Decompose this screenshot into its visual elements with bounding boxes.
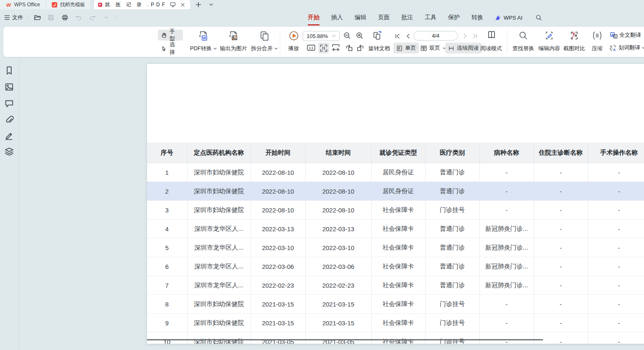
full-translate-button[interactable]: A文 全文翻译 xyxy=(610,31,641,39)
zoom-in-button[interactable] xyxy=(355,31,364,40)
select-tool-button[interactable]: 选择 xyxy=(158,43,183,54)
zoom-level-value: 105.88% xyxy=(307,33,328,39)
screenshot-compare-icon xyxy=(569,31,579,41)
full-translate-label: 全文翻译 xyxy=(619,31,641,39)
continuous-reading-button[interactable]: 连续阅读 xyxy=(445,43,482,54)
double-page-button[interactable]: 双页 xyxy=(418,43,449,54)
tab-document-active[interactable]: P 就 医 记 录 .PDF xyxy=(94,0,190,9)
table-cell: - xyxy=(534,201,588,220)
menu-tab-页面[interactable]: 页面 xyxy=(378,9,390,26)
edit-content-button[interactable]: 编辑内容 xyxy=(535,29,563,54)
svg-text:W: W xyxy=(203,36,206,40)
table-cell: - xyxy=(534,314,588,332)
print-button[interactable] xyxy=(60,13,69,22)
screenshot-compare-button[interactable]: 截图对比 xyxy=(560,29,588,54)
table-header-cell: 病种名称 xyxy=(479,143,534,163)
layers-icon[interactable] xyxy=(5,147,14,156)
read-mode-label: 阅读模式 xyxy=(480,45,502,51)
page-number-input[interactable] xyxy=(413,31,458,41)
horizontal-scrollbar[interactable] xyxy=(147,339,543,340)
table-header-cell: 医疗类别 xyxy=(425,143,479,163)
tab-docer-templates[interactable]: 找稻壳模板 xyxy=(46,0,91,9)
play-button[interactable]: 播放 xyxy=(284,29,303,54)
last-page-button[interactable] xyxy=(470,32,479,40)
word-translate-button[interactable]: 文A 划词翻译 xyxy=(609,44,644,51)
wps-ai-button[interactable]: WPS AI xyxy=(495,14,522,21)
next-page-button[interactable] xyxy=(460,32,469,40)
read-mode-book-icon[interactable] xyxy=(486,30,497,41)
compress-button[interactable]: 压缩 xyxy=(587,29,607,54)
svg-text:A: A xyxy=(613,47,616,51)
table-cell: 2 xyxy=(147,182,187,201)
table-cell: 深圳市妇幼保健院 xyxy=(187,163,251,182)
table-cell: 2022-03-10 xyxy=(305,238,371,257)
table-row: 4深圳市龙华区人...2022-03-132022-03-13社会保障卡普通门诊… xyxy=(147,220,644,238)
hand-tool-button[interactable]: 手型 xyxy=(158,30,183,41)
bookmark-icon[interactable] xyxy=(5,66,14,75)
menu-tab-转换[interactable]: 转换 xyxy=(472,9,483,26)
full-translate-icon: A文 xyxy=(610,32,618,39)
menu-tab-编辑[interactable]: 编辑 xyxy=(355,9,366,26)
tab-close-icon[interactable] xyxy=(179,0,186,9)
table-cell: 普通门诊 xyxy=(425,238,479,257)
menu-tab-开始[interactable]: 开始 xyxy=(308,9,319,26)
new-tab-button[interactable] xyxy=(194,0,203,9)
fit-width-button[interactable] xyxy=(332,44,340,51)
comment-icon[interactable] xyxy=(5,99,14,108)
rotate-left-button[interactable] xyxy=(345,44,353,51)
thumbnail-icon[interactable] xyxy=(5,82,14,92)
table-header-cell: 手术操作名称 xyxy=(588,143,644,163)
menu-tab-插入[interactable]: 插入 xyxy=(331,9,343,26)
svg-text:文: 文 xyxy=(609,44,613,49)
redo-button[interactable] xyxy=(88,13,97,22)
chevron-down-icon xyxy=(274,48,278,50)
menu-tab-保护[interactable]: 保护 xyxy=(448,9,460,26)
undo-history-chevron-icon[interactable] xyxy=(101,13,111,22)
menu-search-icon[interactable] xyxy=(534,13,543,22)
read-mode-button[interactable]: 阅读模式 xyxy=(480,43,502,54)
table-cell: 社会保障卡 xyxy=(371,220,425,238)
save-button[interactable] xyxy=(46,13,56,22)
pdf-page[interactable]: 序号定点医药机构名称开始时间结束时间就诊凭证类型医疗类别病种名称住院主诊断名称手… xyxy=(147,64,644,344)
tab-wps-home[interactable]: W WPS Office xyxy=(0,0,46,9)
rotate-right-button[interactable] xyxy=(357,44,365,51)
continuous-reading-icon xyxy=(448,45,454,51)
fit-page-button[interactable] xyxy=(318,43,329,54)
next-page-icon xyxy=(462,33,468,39)
document-workspace: 序号定点医药机构名称开始时间结束时间就诊凭证类型医疗类别病种名称住院主诊断名称手… xyxy=(0,59,644,350)
rotate-document-button[interactable]: 旋转文档 xyxy=(368,43,390,54)
attachment-icon[interactable] xyxy=(5,115,14,124)
table-cell: - xyxy=(479,201,534,220)
wps-logo-icon: W xyxy=(5,2,12,8)
file-menu-button[interactable]: 文件 xyxy=(4,14,23,21)
table-cell: 2021-03-15 xyxy=(251,314,305,332)
tab-list-chevron-icon[interactable] xyxy=(207,0,216,9)
table-cell: 10 xyxy=(147,332,187,344)
undo-button[interactable] xyxy=(74,13,83,22)
menu-tab-工具[interactable]: 工具 xyxy=(425,9,436,26)
table-cell: - xyxy=(534,257,588,276)
find-replace-button[interactable]: 查找替换 xyxy=(510,29,537,54)
split-merge-button[interactable]: 拆分合并 xyxy=(247,29,282,54)
first-page-button[interactable] xyxy=(393,32,402,40)
prev-page-button[interactable] xyxy=(403,32,413,40)
table-header-cell: 定点医药机构名称 xyxy=(187,143,251,163)
table-cell: 2022-03-10 xyxy=(251,238,305,257)
single-page-button[interactable]: 单页 xyxy=(393,43,419,54)
signature-icon[interactable] xyxy=(5,131,14,140)
toolbar-divider xyxy=(280,30,280,54)
table-cell: - xyxy=(588,201,644,220)
export-image-icon xyxy=(228,31,239,41)
tab-monitor-icon[interactable] xyxy=(170,0,177,9)
table-cell: 普通门诊 xyxy=(425,220,479,238)
continuous-reading-label: 连续阅读 xyxy=(457,44,479,52)
open-file-button[interactable] xyxy=(33,13,42,22)
actual-size-button[interactable]: 1:1 xyxy=(307,44,315,51)
zoom-level-select[interactable]: 105.88% xyxy=(303,31,340,41)
chevron-down-icon xyxy=(642,47,644,49)
menu-tab-批注[interactable]: 批注 xyxy=(401,9,413,26)
replace-page-button[interactable] xyxy=(373,30,383,40)
zoom-out-button[interactable] xyxy=(343,31,351,40)
hand-tool-label: 手型 xyxy=(170,28,180,43)
table-cell: 8 xyxy=(147,295,187,314)
